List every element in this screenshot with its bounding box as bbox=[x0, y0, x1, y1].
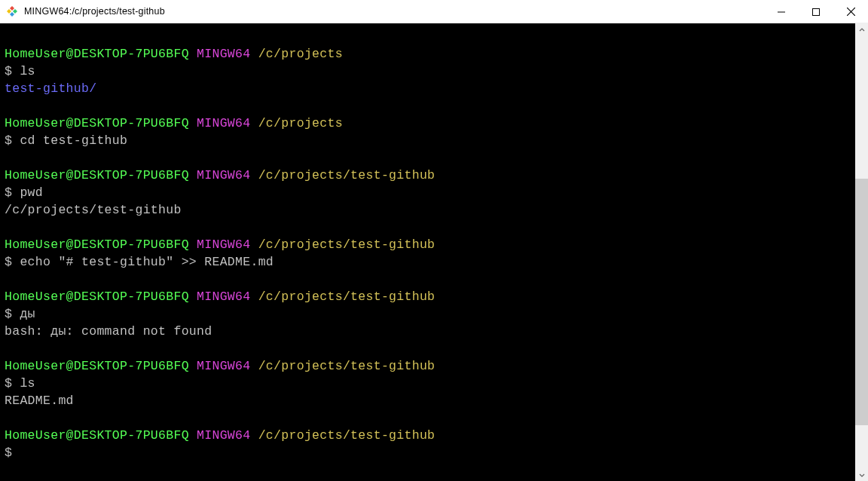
terminal[interactable]: HomeUser@DESKTOP-7PU6BFQ MINGW64 /c/proj… bbox=[0, 23, 855, 481]
close-button[interactable] bbox=[833, 0, 868, 23]
window-controls bbox=[764, 0, 868, 23]
svg-marker-4 bbox=[7, 9, 11, 14]
minimize-button[interactable] bbox=[764, 0, 799, 23]
prompt-line: HomeUser@DESKTOP-7PU6BFQ MINGW64 /c/proj… bbox=[5, 115, 851, 132]
prompt-user: HomeUser@DESKTOP-7PU6BFQ bbox=[5, 359, 189, 373]
prompt-env: MINGW64 bbox=[197, 428, 250, 443]
command-line: $ ды bbox=[5, 305, 851, 323]
command-line: $ ls bbox=[5, 63, 851, 80]
prompt-env: MINGW64 bbox=[197, 168, 250, 182]
scroll-down-arrow[interactable] bbox=[855, 468, 868, 481]
scroll-up-arrow[interactable] bbox=[855, 23, 868, 36]
prompt-user: HomeUser@DESKTOP-7PU6BFQ bbox=[5, 116, 189, 130]
prompt-env: MINGW64 bbox=[197, 359, 250, 373]
svg-rect-6 bbox=[813, 8, 820, 15]
prompt-user: HomeUser@DESKTOP-7PU6BFQ bbox=[5, 428, 189, 443]
svg-marker-2 bbox=[13, 9, 17, 14]
prompt-path: /c/projects/test-github bbox=[258, 168, 436, 182]
prompt-path: /c/projects/test-github bbox=[258, 290, 436, 304]
prompt-env: MINGW64 bbox=[197, 237, 250, 252]
window-title: MINGW64:/c/projects/test-github bbox=[24, 6, 165, 17]
command-line: $ echo "# test-github" >> README.md bbox=[5, 253, 851, 271]
svg-marker-1 bbox=[10, 6, 14, 11]
output-line: README.md bbox=[5, 392, 851, 409]
prompt-path: /c/projects bbox=[258, 47, 343, 61]
prompt-line: HomeUser@DESKTOP-7PU6BFQ MINGW64 /c/proj… bbox=[5, 427, 851, 444]
prompt-line: HomeUser@DESKTOP-7PU6BFQ MINGW64 /c/proj… bbox=[5, 357, 851, 375]
prompt-path: /c/projects/test-github bbox=[258, 428, 436, 443]
command-text: cd test-github bbox=[20, 133, 127, 148]
scroll-thumb[interactable] bbox=[855, 179, 868, 425]
prompt-env: MINGW64 bbox=[197, 290, 250, 304]
prompt-line: HomeUser@DESKTOP-7PU6BFQ MINGW64 /c/proj… bbox=[5, 236, 851, 253]
prompt-user: HomeUser@DESKTOP-7PU6BFQ bbox=[5, 290, 189, 304]
output-line: /c/projects/test-github bbox=[5, 201, 851, 219]
prompt-path: /c/projects/test-github bbox=[258, 237, 436, 252]
scrollbar[interactable] bbox=[855, 23, 868, 481]
command-text: ls bbox=[20, 376, 35, 391]
command-text: ды bbox=[20, 307, 35, 321]
prompt-env: MINGW64 bbox=[197, 116, 250, 130]
maximize-button[interactable] bbox=[799, 0, 833, 23]
command-line: $ pwd bbox=[5, 184, 851, 201]
prompt-path: /c/projects/test-github bbox=[258, 359, 436, 373]
prompt-line: HomeUser@DESKTOP-7PU6BFQ MINGW64 /c/proj… bbox=[5, 45, 851, 63]
prompt-env: MINGW64 bbox=[197, 47, 250, 61]
svg-marker-3 bbox=[10, 12, 14, 17]
titlebar[interactable]: MINGW64:/c/projects/test-github bbox=[0, 0, 868, 23]
output-line: test-github/ bbox=[5, 80, 851, 97]
prompt-user: HomeUser@DESKTOP-7PU6BFQ bbox=[5, 47, 189, 61]
command-text: ls bbox=[20, 64, 35, 78]
prompt-user: HomeUser@DESKTOP-7PU6BFQ bbox=[5, 237, 189, 252]
prompt-path: /c/projects bbox=[258, 116, 343, 130]
command-text: pwd bbox=[20, 185, 43, 200]
prompt-user: HomeUser@DESKTOP-7PU6BFQ bbox=[5, 168, 189, 182]
command-line: $ ls bbox=[5, 375, 851, 392]
command-line: $ bbox=[5, 444, 851, 461]
prompt-line: HomeUser@DESKTOP-7PU6BFQ MINGW64 /c/proj… bbox=[5, 167, 851, 184]
output-line: bash: ды: command not found bbox=[5, 323, 851, 340]
scroll-track[interactable] bbox=[855, 36, 868, 468]
terminal-wrap: HomeUser@DESKTOP-7PU6BFQ MINGW64 /c/proj… bbox=[0, 23, 868, 481]
app-icon bbox=[6, 5, 18, 17]
command-text: echo "# test-github" >> README.md bbox=[20, 255, 274, 269]
command-line: $ cd test-github bbox=[5, 132, 851, 149]
prompt-line: HomeUser@DESKTOP-7PU6BFQ MINGW64 /c/proj… bbox=[5, 288, 851, 305]
